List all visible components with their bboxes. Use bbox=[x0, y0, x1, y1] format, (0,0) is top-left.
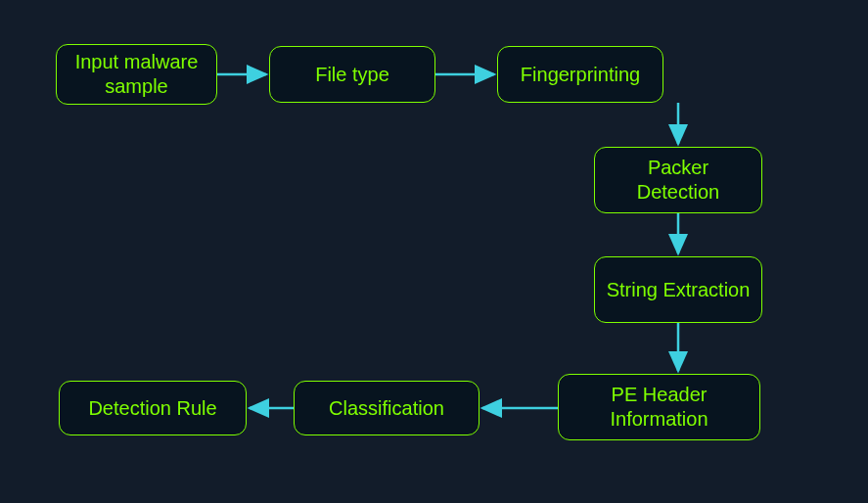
node-detection-rule: Detection Rule bbox=[59, 381, 247, 435]
node-label: Fingerprinting bbox=[521, 63, 640, 87]
node-fingerprinting: Fingerprinting bbox=[497, 46, 663, 103]
node-packer-detection: Packer Detection bbox=[594, 147, 762, 213]
node-classification: Classification bbox=[294, 381, 480, 435]
node-label: PE Header Information bbox=[569, 383, 750, 432]
node-label: Detection Rule bbox=[88, 396, 216, 421]
node-file-type: File type bbox=[269, 46, 435, 103]
node-label: Input malware sample bbox=[67, 50, 206, 99]
node-pe-header-info: PE Header Information bbox=[558, 374, 760, 440]
node-label: Packer Detection bbox=[605, 156, 752, 205]
node-label: String Extraction bbox=[607, 278, 751, 302]
node-string-extraction: String Extraction bbox=[594, 256, 762, 323]
node-label: File type bbox=[315, 63, 389, 87]
node-label: Classification bbox=[329, 396, 444, 421]
node-input-malware: Input malware sample bbox=[56, 44, 217, 105]
